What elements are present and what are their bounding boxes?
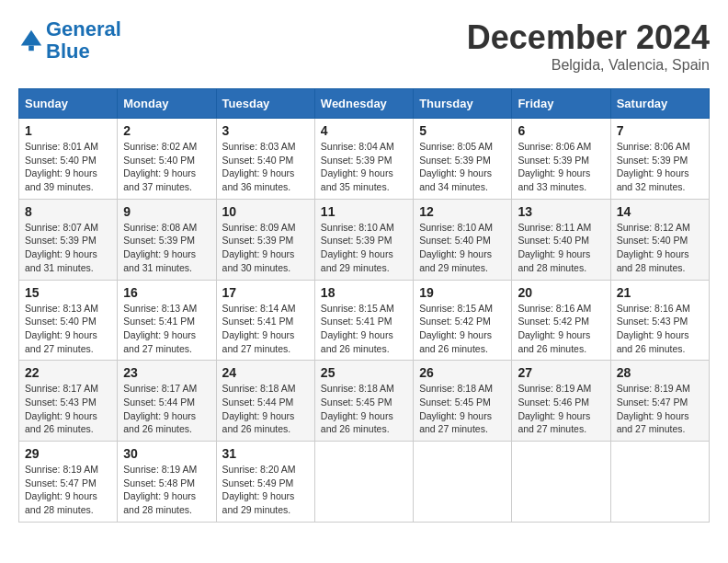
calendar-cell: 20 Sunrise: 8:16 AM Sunset: 5:42 PM Dayl… (512, 280, 610, 361)
calendar-week-5: 29 Sunrise: 8:19 AM Sunset: 5:47 PM Dayl… (19, 442, 710, 523)
sunset-label: Sunset: 5:49 PM (222, 477, 294, 488)
sunrise-label: Sunrise: 8:19 AM (25, 464, 98, 475)
daylight-label: Daylight: 9 hours and 34 minutes. (419, 167, 492, 192)
sunrise-label: Sunrise: 8:06 AM (617, 141, 690, 152)
sunset-label: Sunset: 5:39 PM (617, 155, 688, 166)
sunrise-label: Sunrise: 8:18 AM (419, 383, 493, 394)
daylight-label: Daylight: 9 hours and 30 minutes. (222, 248, 295, 273)
day-number: 31 (222, 446, 309, 461)
sunset-label: Sunset: 5:40 PM (617, 235, 688, 246)
sunrise-label: Sunrise: 8:19 AM (617, 383, 690, 394)
daylight-label: Daylight: 9 hours and 27 minutes. (222, 329, 295, 354)
day-info: Sunrise: 8:12 AM Sunset: 5:40 PM Dayligh… (617, 221, 703, 275)
calendar-week-3: 15 Sunrise: 8:13 AM Sunset: 5:40 PM Dayl… (19, 280, 710, 361)
day-number: 4 (321, 123, 407, 138)
sunset-label: Sunset: 5:45 PM (419, 396, 491, 408)
day-number: 10 (222, 204, 309, 219)
day-info: Sunrise: 8:03 AM Sunset: 5:40 PM Dayligh… (222, 140, 309, 194)
calendar-week-2: 8 Sunrise: 8:07 AM Sunset: 5:39 PM Dayli… (19, 199, 710, 280)
daylight-label: Daylight: 9 hours and 37 minutes. (123, 167, 196, 192)
day-info: Sunrise: 8:15 AM Sunset: 5:41 PM Dayligh… (321, 302, 407, 356)
day-number: 19 (419, 285, 506, 300)
sunrise-label: Sunrise: 8:10 AM (419, 222, 493, 233)
sunset-label: Sunset: 5:39 PM (321, 155, 392, 166)
calendar-cell: 24 Sunrise: 8:18 AM Sunset: 5:44 PM Dayl… (216, 361, 314, 442)
sunrise-label: Sunrise: 8:11 AM (518, 222, 591, 233)
sunrise-label: Sunrise: 8:15 AM (419, 303, 493, 314)
sunset-label: Sunset: 5:43 PM (25, 396, 97, 408)
day-info: Sunrise: 8:06 AM Sunset: 5:39 PM Dayligh… (617, 140, 703, 194)
day-info: Sunrise: 8:07 AM Sunset: 5:39 PM Dayligh… (25, 221, 111, 275)
weekday-header-saturday: Saturday (610, 89, 709, 119)
day-info: Sunrise: 8:01 AM Sunset: 5:40 PM Dayligh… (25, 140, 111, 194)
sunset-label: Sunset: 5:39 PM (123, 235, 195, 246)
sunrise-label: Sunrise: 8:06 AM (518, 141, 591, 152)
calendar-cell: 17 Sunrise: 8:14 AM Sunset: 5:41 PM Dayl… (216, 280, 314, 361)
day-info: Sunrise: 8:18 AM Sunset: 5:44 PM Dayligh… (222, 382, 309, 436)
sunrise-label: Sunrise: 8:04 AM (321, 141, 394, 152)
day-number: 21 (617, 285, 703, 300)
day-info: Sunrise: 8:10 AM Sunset: 5:39 PM Dayligh… (321, 221, 407, 275)
daylight-label: Daylight: 9 hours and 26 minutes. (123, 410, 196, 435)
sunrise-label: Sunrise: 8:05 AM (419, 141, 493, 152)
calendar-cell: 29 Sunrise: 8:19 AM Sunset: 5:47 PM Dayl… (19, 442, 118, 523)
sunrise-label: Sunrise: 8:15 AM (321, 303, 394, 314)
day-number: 2 (123, 123, 210, 138)
calendar-cell: 30 Sunrise: 8:19 AM Sunset: 5:48 PM Dayl… (118, 442, 216, 523)
sunrise-label: Sunrise: 8:16 AM (518, 303, 591, 314)
day-number: 3 (222, 123, 309, 138)
day-number: 15 (25, 285, 111, 300)
calendar-cell: 13 Sunrise: 8:11 AM Sunset: 5:40 PM Dayl… (512, 199, 610, 280)
daylight-label: Daylight: 9 hours and 26 minutes. (25, 410, 97, 435)
sunrise-label: Sunrise: 8:17 AM (25, 383, 98, 394)
svg-rect-1 (28, 46, 34, 52)
calendar-cell: 8 Sunrise: 8:07 AM Sunset: 5:39 PM Dayli… (19, 199, 118, 280)
daylight-label: Daylight: 9 hours and 26 minutes. (321, 329, 393, 354)
calendar-cell: 10 Sunrise: 8:09 AM Sunset: 5:39 PM Dayl… (216, 199, 314, 280)
day-info: Sunrise: 8:19 AM Sunset: 5:48 PM Dayligh… (123, 463, 210, 517)
sunrise-label: Sunrise: 8:03 AM (222, 141, 296, 152)
calendar-table: SundayMondayTuesdayWednesdayThursdayFrid… (18, 88, 710, 523)
sunset-label: Sunset: 5:40 PM (25, 316, 97, 327)
day-info: Sunrise: 8:19 AM Sunset: 5:47 PM Dayligh… (25, 463, 111, 517)
day-number: 12 (419, 204, 506, 219)
sunrise-label: Sunrise: 8:13 AM (123, 303, 197, 314)
day-number: 22 (25, 365, 111, 380)
calendar-cell: 28 Sunrise: 8:19 AM Sunset: 5:47 PM Dayl… (610, 361, 709, 442)
calendar-cell: 25 Sunrise: 8:18 AM Sunset: 5:45 PM Dayl… (314, 361, 413, 442)
sunrise-label: Sunrise: 8:09 AM (222, 222, 296, 233)
month-title: December 2024 (467, 18, 710, 57)
day-info: Sunrise: 8:09 AM Sunset: 5:39 PM Dayligh… (222, 221, 309, 275)
sunrise-label: Sunrise: 8:08 AM (123, 222, 197, 233)
day-number: 26 (419, 365, 506, 380)
daylight-label: Daylight: 9 hours and 31 minutes. (123, 248, 196, 273)
day-number: 18 (321, 285, 407, 300)
day-number: 27 (518, 365, 604, 380)
day-info: Sunrise: 8:17 AM Sunset: 5:44 PM Dayligh… (123, 382, 210, 436)
calendar-cell: 4 Sunrise: 8:04 AM Sunset: 5:39 PM Dayli… (314, 119, 413, 200)
daylight-label: Daylight: 9 hours and 27 minutes. (518, 410, 590, 435)
sunrise-label: Sunrise: 8:07 AM (25, 222, 98, 233)
day-info: Sunrise: 8:16 AM Sunset: 5:43 PM Dayligh… (617, 302, 703, 356)
sunrise-label: Sunrise: 8:13 AM (25, 303, 98, 314)
calendar-cell: 21 Sunrise: 8:16 AM Sunset: 5:43 PM Dayl… (610, 280, 709, 361)
svg-marker-0 (21, 30, 41, 46)
daylight-label: Daylight: 9 hours and 27 minutes. (419, 410, 492, 435)
sunrise-label: Sunrise: 8:20 AM (222, 464, 296, 475)
daylight-label: Daylight: 9 hours and 26 minutes. (419, 329, 492, 354)
weekday-header-row: SundayMondayTuesdayWednesdayThursdayFrid… (19, 89, 710, 119)
sunset-label: Sunset: 5:41 PM (123, 316, 195, 327)
sunset-label: Sunset: 5:44 PM (123, 396, 195, 408)
day-number: 20 (518, 285, 604, 300)
daylight-label: Daylight: 9 hours and 26 minutes. (321, 410, 393, 435)
sunset-label: Sunset: 5:47 PM (25, 477, 97, 488)
day-info: Sunrise: 8:15 AM Sunset: 5:42 PM Dayligh… (419, 302, 506, 356)
day-number: 1 (25, 123, 111, 138)
day-info: Sunrise: 8:06 AM Sunset: 5:39 PM Dayligh… (518, 140, 604, 194)
calendar-week-1: 1 Sunrise: 8:01 AM Sunset: 5:40 PM Dayli… (19, 119, 710, 200)
sunrise-label: Sunrise: 8:01 AM (25, 141, 98, 152)
weekday-header-sunday: Sunday (19, 89, 118, 119)
daylight-label: Daylight: 9 hours and 28 minutes. (123, 490, 196, 515)
weekday-header-friday: Friday (512, 89, 610, 119)
sunrise-label: Sunrise: 8:12 AM (617, 222, 690, 233)
